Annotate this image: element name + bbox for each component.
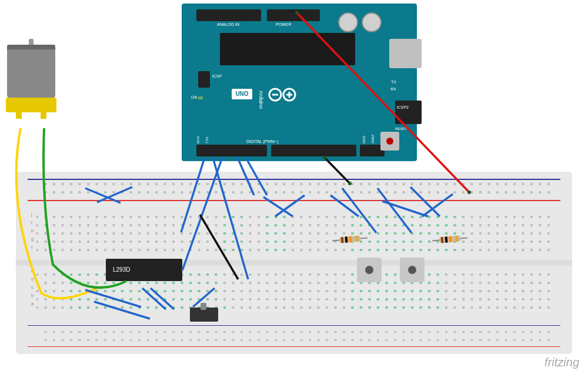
- motor-base: [6, 98, 56, 112]
- pushbutton-1: [357, 258, 382, 282]
- uno-label: UNO: [232, 89, 252, 99]
- rx-label: RX: [390, 87, 396, 91]
- circuit-diagram: ANALOG IN POWER DIGITAL (PWM~) ICSP Ardu…: [0, 0, 588, 374]
- icsp-label: ICSP: [212, 74, 222, 78]
- svg-rect-11: [39, 326, 554, 333]
- power-label: POWER: [276, 22, 291, 26]
- arduino-name: Arduino: [258, 91, 264, 109]
- on-led: [198, 96, 203, 99]
- reset-button: [380, 132, 399, 151]
- svg-rect-15: [263, 212, 286, 253]
- analog-label: ANALOG IN: [217, 22, 239, 26]
- svg-rect-8: [39, 191, 554, 198]
- svg-rect-7: [39, 182, 554, 189]
- arduino-logo: [267, 86, 299, 103]
- ic-label: L293D: [113, 266, 130, 273]
- breadboard-holes: [16, 172, 572, 354]
- on-label: ON: [191, 95, 198, 99]
- digital-header-1: [196, 145, 267, 156]
- digital-label: DIGITAL (PWM~): [246, 139, 278, 143]
- motor-body: [7, 49, 55, 98]
- svg-rect-9: [36, 212, 554, 253]
- motor-terminal-2: [41, 112, 46, 119]
- icsp-header: [198, 71, 210, 88]
- l293d-ic: L293D: [106, 259, 182, 281]
- atmega-chip: [220, 33, 355, 65]
- breadboard: j i h g f e d c b a: [16, 172, 572, 354]
- icsp2-header: [396, 112, 412, 123]
- power-header: [267, 9, 320, 21]
- svg-rect-14: [219, 212, 242, 253]
- reset-label: RESET: [395, 127, 407, 131]
- slide-switch: [190, 308, 218, 322]
- dc-motor: [7, 49, 55, 98]
- tx-label: TX: [391, 80, 396, 84]
- arduino-uno-board: ANALOG IN POWER DIGITAL (PWM~) ICSP Ardu…: [182, 4, 417, 161]
- capacitor-1: [338, 12, 358, 32]
- digital-header-2: [271, 145, 356, 156]
- usb-port: [389, 39, 422, 68]
- icsp2-label: ICSP2: [397, 105, 409, 109]
- pushbutton-2: [400, 258, 425, 282]
- watermark: fritzing: [544, 356, 579, 369]
- motor-terminal-1: [16, 112, 22, 119]
- svg-rect-12: [39, 334, 554, 341]
- analog-header: [196, 9, 261, 21]
- svg-rect-16: [345, 212, 463, 253]
- capacitor-2: [362, 12, 382, 32]
